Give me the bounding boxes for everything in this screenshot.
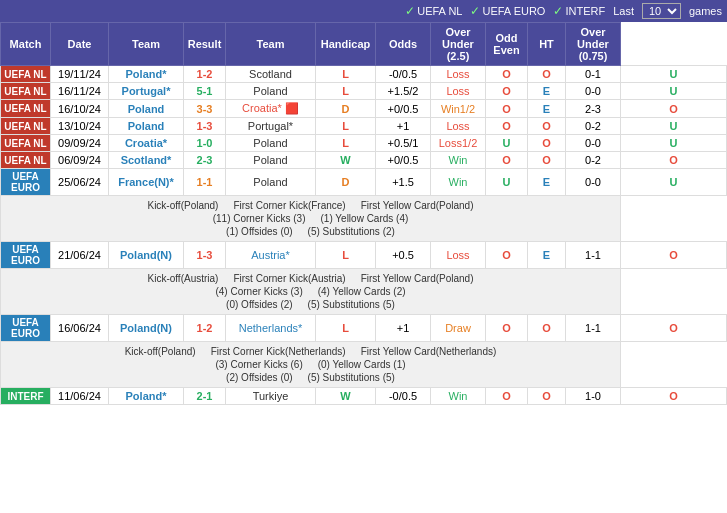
filter-uefa-nl[interactable]: ✓ UEFA NL (405, 4, 462, 18)
league-cell: INTERF (1, 388, 51, 405)
ou075-cell: O (621, 242, 727, 269)
team1-cell: Scotland* (109, 152, 184, 169)
odds-cell: Loss1/2 (431, 135, 486, 152)
col-team2: Team (226, 23, 316, 66)
odds-cell: Draw (431, 315, 486, 342)
odds-cell: Loss (431, 83, 486, 100)
odd-even-cell: E (528, 169, 566, 196)
col-handicap: Handicap (316, 23, 376, 66)
odd-even-cell: E (528, 100, 566, 118)
table-row: UEFA NL 09/09/24 Croatia* 1-0 Poland L +… (1, 135, 727, 152)
col-over-under-075: Over Under (0.75) (566, 23, 621, 66)
date-cell: 19/11/24 (51, 66, 109, 83)
handicap-cell: +0/0.5 (376, 152, 431, 169)
odds-cell: Loss (431, 242, 486, 269)
team2-cell: Portugal* (226, 118, 316, 135)
odd-even-cell: E (528, 83, 566, 100)
ou075-cell: O (621, 388, 727, 405)
over-under-cell: U (486, 135, 528, 152)
ou075-cell: O (621, 152, 727, 169)
col-odd-even: Odd Even (486, 23, 528, 66)
date-cell: 11/06/24 (51, 388, 109, 405)
odd-even-cell: O (528, 315, 566, 342)
team2-cell: Poland (226, 135, 316, 152)
result-cell: L (316, 83, 376, 100)
ht-cell: 0-2 (566, 118, 621, 135)
team2-cell: Poland (226, 169, 316, 196)
ou075-cell: O (621, 315, 727, 342)
ht-cell: 0-1 (566, 66, 621, 83)
league-cell: UEFA EURO (1, 242, 51, 269)
result-cell: D (316, 100, 376, 118)
filter-interf[interactable]: ✓ INTERF (553, 4, 605, 18)
result-cell: D (316, 169, 376, 196)
col-over-under-25: Over Under (2.5) (431, 23, 486, 66)
odd-even-cell: E (528, 242, 566, 269)
date-cell: 25/06/24 (51, 169, 109, 196)
score-cell: 3-3 (184, 100, 226, 118)
odds-cell: Win1/2 (431, 100, 486, 118)
team2-cell: Croatia* 🟥 (226, 100, 316, 118)
date-cell: 16/10/24 (51, 100, 109, 118)
ou075-cell: U (621, 135, 727, 152)
filter-interf-label: INTERF (565, 5, 605, 17)
score-cell: 1-1 (184, 169, 226, 196)
league-cell: UEFA NL (1, 152, 51, 169)
date-cell: 21/06/24 (51, 242, 109, 269)
detail-row: Kick-off(Poland) First Corner Kick(Nethe… (1, 342, 727, 388)
score-cell: 1-3 (184, 242, 226, 269)
over-under-cell: O (486, 66, 528, 83)
table-row: UEFA NL 13/10/24 Poland 1-3 Portugal* L … (1, 118, 727, 135)
odd-even-cell: O (528, 388, 566, 405)
team1-cell: Poland(N) (109, 315, 184, 342)
filter-uefa-euro-label: UEFA EURO (482, 5, 545, 17)
col-result: Result (184, 23, 226, 66)
over-under-cell: O (486, 100, 528, 118)
table-row: UEFA NL 16/10/24 Poland 3-3 Croatia* 🟥 D… (1, 100, 727, 118)
handicap-cell: -0/0.5 (376, 388, 431, 405)
score-cell: 2-3 (184, 152, 226, 169)
handicap-cell: -0/0.5 (376, 66, 431, 83)
filter-uefa-euro[interactable]: ✓ UEFA EURO (470, 4, 545, 18)
detail-row: Kick-off(Poland) First Corner Kick(Franc… (1, 196, 727, 242)
odd-even-cell: O (528, 135, 566, 152)
handicap-cell: +0.5/1 (376, 135, 431, 152)
last-games-select[interactable]: 10 5 15 20 (642, 3, 681, 19)
detail-cell: Kick-off(Austria) First Corner Kick(Aust… (1, 269, 621, 315)
ht-cell: 0-0 (566, 169, 621, 196)
result-cell: L (316, 135, 376, 152)
odds-cell: Loss (431, 66, 486, 83)
ht-cell: 0-0 (566, 135, 621, 152)
date-cell: 06/09/24 (51, 152, 109, 169)
league-cell: UEFA NL (1, 66, 51, 83)
detail-cell: Kick-off(Poland) First Corner Kick(Nethe… (1, 342, 621, 388)
filter-uefa-nl-label: UEFA NL (417, 5, 462, 17)
over-under-cell: O (486, 315, 528, 342)
result-cell: L (316, 118, 376, 135)
date-cell: 09/09/24 (51, 135, 109, 152)
detail-row: Kick-off(Austria) First Corner Kick(Aust… (1, 269, 727, 315)
ht-cell: 0-2 (566, 152, 621, 169)
league-cell: UEFA NL (1, 118, 51, 135)
score-cell: 1-2 (184, 66, 226, 83)
score-cell: 1-2 (184, 315, 226, 342)
odds-cell: Win (431, 152, 486, 169)
games-label: games (689, 5, 722, 17)
team1-cell: Poland* (109, 66, 184, 83)
date-cell: 16/11/24 (51, 83, 109, 100)
result-cell: L (316, 66, 376, 83)
league-cell: UEFA NL (1, 135, 51, 152)
team1-cell: Croatia* (109, 135, 184, 152)
score-cell: 2-1 (184, 388, 226, 405)
over-under-cell: O (486, 242, 528, 269)
result-cell: W (316, 152, 376, 169)
handicap-cell: +1.5 (376, 169, 431, 196)
team1-cell: Poland(N) (109, 242, 184, 269)
score-cell: 1-0 (184, 135, 226, 152)
ht-cell: 2-3 (566, 100, 621, 118)
table-row: INTERF 11/06/24 Poland* 2-1 Turkiye W -0… (1, 388, 727, 405)
team2-cell: Austria* (226, 242, 316, 269)
odd-even-cell: O (528, 118, 566, 135)
table-row: UEFA NL 19/11/24 Poland* 1-2 Scotland L … (1, 66, 727, 83)
date-cell: 16/06/24 (51, 315, 109, 342)
